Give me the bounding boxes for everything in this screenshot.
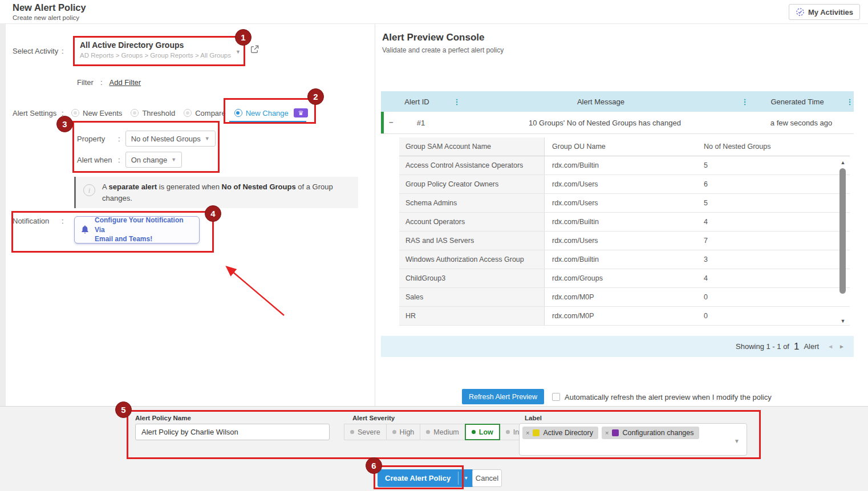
group-ou-value: rdx.com/Users (545, 232, 696, 250)
alert-when-label: Alert when (77, 156, 117, 164)
subtable-row: ChildGroup3rdx.com/Groups4 (399, 269, 850, 288)
col-group-ou: Group OU Name (545, 137, 696, 156)
remove-tag-icon[interactable]: × (605, 429, 609, 436)
col-generated-time: Generated Time (749, 98, 846, 106)
new-alert-policy-page: New Alert Policy Create new alert policy… (0, 0, 868, 491)
label-label: Label (525, 415, 542, 421)
configure-notification-button[interactable]: Configure Your Notification Via Email an… (74, 216, 200, 244)
column-menu-icon[interactable]: ⋮ (846, 98, 854, 106)
group-sam-value: RAS and IAS Servers (399, 232, 545, 250)
subtable-row: Schema Adminsrdx.com/Users5 (399, 194, 850, 213)
alert-when-select[interactable]: On change ▼ (125, 152, 182, 168)
nested-count-value: 0 (696, 307, 850, 325)
alert-type-new-events[interactable]: New Events (71, 109, 122, 117)
col-alert-message: Alert Message (461, 98, 741, 106)
group-sam-value: Account Operators (399, 213, 545, 231)
property-value: No of Nested Groups (131, 135, 201, 143)
alert-when-row: Alert when : On change ▼ (77, 152, 182, 168)
nested-count-value: 5 (696, 194, 850, 212)
col-group-sam: Group SAM Account Name (399, 137, 545, 156)
pagination-unit: Alert (804, 342, 819, 351)
chevron-down-icon[interactable]: ▼ (734, 438, 740, 444)
group-ou-value: rdx.com/M0P (545, 307, 696, 325)
column-menu-icon[interactable]: ⋮ (741, 98, 749, 106)
colon: : (118, 156, 120, 164)
subtable-row: Windows Authorization Access Grouprdx.co… (399, 250, 850, 269)
scroll-up-icon[interactable]: ▲ (838, 160, 847, 165)
group-ou-value: rdx.com/Builtin (545, 250, 696, 269)
alert-type-threshold[interactable]: Threshold (131, 109, 175, 117)
radio-label: Threshold (142, 109, 175, 117)
label-multiselect[interactable]: ×Active Directory×Configuration changes … (519, 423, 747, 456)
activity-caret-icon[interactable]: ▼ (236, 49, 241, 55)
label-tag: ×Active Directory (522, 427, 598, 439)
notification-row-label: Notification : (13, 217, 64, 225)
severity-high[interactable]: High (386, 424, 421, 440)
alert-table-header: Alert ID ⋮ Alert Message ⋮ Generated Tim… (381, 91, 854, 112)
alert-settings-row-label: Alert Settings : (13, 109, 64, 117)
collapse-row-icon[interactable]: − (389, 118, 397, 127)
severity-dot-icon (392, 430, 396, 434)
severity-dot-icon (506, 430, 510, 434)
colon: : (100, 78, 103, 87)
my-activities-label: My Activities (808, 8, 853, 17)
subtable-row: RAS and IAS Serversrdx.com/Users7 (399, 232, 850, 250)
alert-time-value: a few seconds ago (749, 119, 854, 127)
refresh-alert-preview-button[interactable]: Refresh Alert Preview (462, 389, 544, 404)
auto-refresh-checkbox[interactable] (552, 393, 560, 401)
select-activity-row-label: Select Activity : (13, 47, 64, 55)
scroll-down-icon[interactable]: ▼ (838, 318, 847, 324)
subtable-header: Group SAM Account Name Group OU Name No … (399, 137, 850, 156)
severity-label: High (400, 428, 415, 436)
scrollbar: ▲ ▼ (838, 160, 847, 324)
group-sam-value: Group Policy Creator Owners (399, 175, 545, 193)
radio-label: New Change (246, 109, 289, 117)
alert-type-compare[interactable]: Compare (184, 109, 225, 117)
alert-message-value: 10 Groups' No of Nested Groups has chang… (461, 119, 749, 127)
create-alert-policy-button[interactable]: Create Alert Policy ▼ (378, 469, 473, 487)
nested-count-value: 4 (696, 269, 850, 287)
add-filter-link[interactable]: Add Filter (109, 78, 141, 87)
alert-row: − #1 10 Groups' No of Nested Groups has … (381, 112, 854, 134)
group-subtable-body: Access Control Assistance Operatorsrdx.c… (399, 156, 850, 326)
group-ou-value: rdx.com/Builtin (545, 156, 696, 175)
label-tags: ×Active Directory×Configuration changes (522, 427, 744, 439)
column-menu-icon[interactable]: ⋮ (453, 98, 461, 106)
severity-label: Low (479, 428, 493, 436)
severity-low[interactable]: Low (465, 424, 500, 440)
property-row: Property : No of Nested Groups ▼ (77, 131, 216, 147)
page-next-icon[interactable]: ► (839, 343, 845, 350)
severity-medium[interactable]: Medium (420, 424, 465, 440)
severity-label: Medium (433, 428, 459, 436)
cancel-button[interactable]: Cancel (472, 469, 502, 487)
property-select[interactable]: No of Nested Groups ▼ (125, 131, 216, 147)
group-ou-value: rdx.com/Builtin (545, 213, 696, 231)
open-report-external-link-icon[interactable] (250, 44, 259, 56)
alert-severity-bar (381, 112, 384, 133)
my-activities-button[interactable]: My Activities (789, 4, 860, 20)
activity-dropdown[interactable]: All Active Directory Groups AD Reports >… (80, 40, 231, 59)
scrollbar-thumb[interactable] (839, 168, 846, 294)
subtable-row: Group Policy Creator Ownersrdx.com/Users… (399, 175, 850, 194)
alert-when-value: On change (131, 156, 168, 164)
group-subtable: Group SAM Account Name Group OU Name No … (399, 137, 850, 326)
tag-color-swatch (612, 429, 619, 436)
alert-type-new-change[interactable]: New Change♛ (234, 108, 308, 117)
page-prev-icon[interactable]: ◄ (828, 343, 833, 350)
col-alert-id: Alert ID (381, 98, 453, 106)
top-header-bar: New Alert Policy Create new alert policy… (0, 0, 868, 24)
policy-name-input[interactable] (135, 424, 330, 440)
alert-type-radios: New EventsThresholdCompareNew Change♛ (71, 107, 308, 119)
nested-count-value: 4 (696, 213, 850, 231)
severity-severe[interactable]: Severe (344, 424, 387, 440)
annotation-badge-1: 1 (235, 29, 252, 46)
nested-count-value: 6 (696, 175, 850, 193)
colon: : (62, 109, 64, 117)
severity-segments: SevereHighMediumLowInfo (344, 424, 532, 440)
radio-icon (131, 109, 139, 117)
severity-dot-icon (350, 430, 354, 434)
auto-refresh-label: Automatically refresh the alert preview … (565, 393, 772, 401)
group-ou-value: rdx.com/Groups (545, 269, 696, 287)
remove-tag-icon[interactable]: × (526, 429, 529, 436)
create-options-caret-icon[interactable]: ▼ (459, 469, 473, 487)
